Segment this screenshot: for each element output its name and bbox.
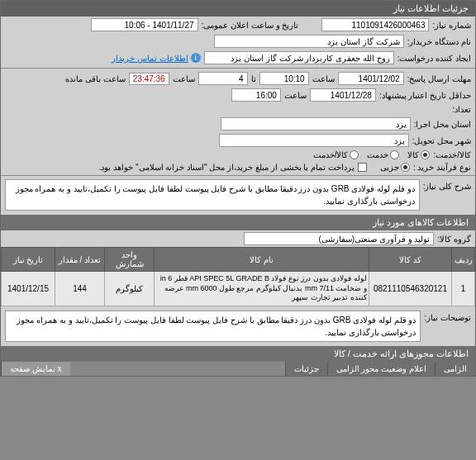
value-delivery-city: یزد (219, 134, 409, 147)
value-until: 4 (198, 72, 248, 85)
value-buyer: شرکت گاز استان یزد (214, 35, 404, 48)
cell-date: 1401/12/15 (2, 272, 55, 306)
value-deadline-date: 1401/12/02 (338, 72, 404, 85)
th-date: تاریخ نیاز (2, 248, 55, 272)
label-announce: تاریخ و ساعت اعلان عمومی: (202, 21, 299, 30)
value-announce: 1401/11/27 - 10:06 (91, 18, 198, 31)
value-requester: روح الله جعفری کاربردار شرکت گاز استان ی… (204, 51, 394, 64)
goods-table: ردیف کد کالا نام کالا واحد شمارش تعداد /… (1, 247, 475, 306)
label-buy-type: نوع فرآیند خرید : (413, 163, 471, 172)
section-goods-info: اطلاعات کالاهای مورد نیاز (1, 215, 475, 230)
label-time2: ساعت (173, 74, 195, 83)
radio-group-gs: کالا خدمت کالا/خدمت (313, 150, 431, 159)
radio-goods[interactable]: کالا (407, 150, 430, 159)
value-min-credit-time: 16:00 (231, 88, 281, 102)
label-time3: ساعت (284, 91, 307, 100)
th-qty: تعداد / مقدار (55, 248, 105, 272)
label-need-no: شماره نیاز: (432, 21, 471, 30)
svc-tab-mandatory[interactable]: الزامی (435, 362, 475, 376)
label-deadline: مهلت ارسال پاسخ: (407, 74, 471, 83)
table-row[interactable]: 1 0821110546320121 لوله فولادی بدون درز … (2, 272, 475, 306)
radio-partial[interactable]: جزیی (380, 163, 410, 172)
svc-tab-status[interactable]: اعلام وضعیت محور الزامی (327, 362, 435, 376)
info-icon: i (191, 53, 201, 63)
label-exec-province: استان محل اجرا: (414, 120, 471, 129)
th-unit: واحد شمارش (105, 248, 155, 272)
label-goods-group: گروه کالا: (437, 235, 471, 244)
label-min-credit: حداقل تاریخ اعتبار پیشنهاد: (379, 91, 471, 100)
radio-service[interactable]: خدمت (367, 150, 399, 159)
panel-title: جزئیات اطلاعات نیاز (1, 1, 475, 17)
label-goods-service: کالا/خدمت: (433, 150, 471, 159)
svc-page-hint: x نمایش صفحه (1, 362, 70, 376)
label-time1: ساعت (312, 74, 335, 83)
label-until: تا (251, 74, 256, 83)
cell-name: لوله فولادی بدون درز نوع فولاد API SPEC … (155, 272, 369, 306)
table-header-row: ردیف کد کالا نام کالا واحد شمارش تعداد /… (2, 248, 475, 272)
cell-unit: کیلوگرم (105, 272, 155, 306)
svc-tab-details[interactable]: جزئیات (285, 362, 327, 376)
value-need-no: 1101091426000463 (321, 18, 429, 31)
service-tabs: الزامی اعلام وضعیت محور الزامی جزئیات x … (1, 362, 475, 376)
label-remaining: ساعت باقی مانده (65, 74, 126, 83)
checkbox-treasury[interactable] (358, 163, 367, 172)
contact-label: اطلاعات تماس خریدار (112, 54, 188, 63)
label-need-title: شرح کلی نیاز: (423, 179, 471, 191)
label-price: تعداد: (452, 105, 471, 114)
label-requester: ایجاد کننده درخواست: (397, 54, 471, 63)
value-explanations: دو قلم لوله فولادی GRB بدون درز دقیقا مط… (5, 311, 421, 342)
th-row: ردیف (452, 248, 475, 272)
countdown: 23:47:36 (129, 73, 169, 85)
label-pay-note: پرداخت تمام یا بخشی از مبلغ خرید،از محل … (99, 163, 355, 172)
th-code: کد کالا (369, 248, 452, 272)
value-min-credit-date: 1401/12/28 (310, 88, 376, 102)
value-exec-province: یزد (221, 117, 411, 130)
label-buyer: نام دستگاه خریدار: (407, 37, 471, 46)
th-name: نام کالا (155, 248, 369, 272)
value-need-title: دو قلم لوله فولادی GRB بدون درز دقیقا مط… (5, 179, 420, 211)
label-explanations: توضیحات نیاز: (424, 311, 471, 322)
cell-n: 1 (452, 272, 475, 306)
cell-code: 0821110546320121 (369, 272, 452, 306)
cell-qty: 144 (55, 272, 105, 306)
value-goods-group: تولید و فرآوری صنعتی(سفارشی) (244, 232, 434, 245)
value-deadline-time: 10:10 (259, 72, 309, 85)
section-service-permits: اطلاعات مجوزهای ارائه خدمت / کالا (1, 346, 475, 362)
label-delivery-city: شهر محل تحویل: (412, 136, 471, 145)
contact-link[interactable]: i اطلاعات تماس خریدار (112, 53, 201, 63)
radio-both[interactable]: کالا/خدمت (313, 150, 359, 159)
